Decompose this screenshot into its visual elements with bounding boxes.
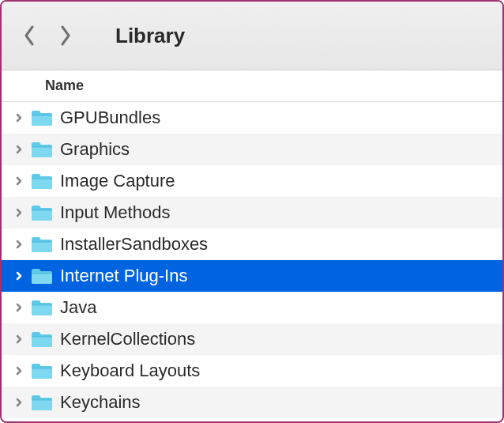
disclosure-chevron-icon[interactable] — [13, 333, 25, 346]
list-row[interactable]: Java — [2, 292, 502, 323]
list-row[interactable]: GPUBundles — [2, 102, 502, 134]
folder-icon — [30, 298, 54, 317]
column-header-row: Name — [2, 70, 502, 102]
file-list: GPUBundles Graphics Image Capture Input … — [2, 102, 502, 418]
folder-icon — [30, 140, 54, 159]
item-name: KernelCollections — [60, 329, 195, 349]
window-title: Library — [115, 24, 185, 48]
item-name: Internet Plug-Ins — [60, 266, 187, 286]
list-row[interactable]: Image Capture — [2, 165, 502, 197]
folder-icon — [30, 235, 54, 254]
disclosure-chevron-icon[interactable] — [13, 270, 25, 282]
list-row[interactable]: InstallerSandboxes — [2, 228, 502, 260]
item-name: Input Methods — [60, 202, 170, 223]
item-name: Java — [60, 297, 96, 318]
item-name: GPUBundles — [60, 108, 160, 128]
disclosure-chevron-icon[interactable] — [13, 111, 25, 124]
item-name: Graphics — [60, 139, 130, 160]
folder-icon — [30, 203, 54, 222]
column-header-name[interactable]: Name — [45, 77, 84, 94]
folder-icon — [30, 172, 54, 191]
list-row[interactable]: Input Methods — [2, 197, 502, 228]
disclosure-chevron-icon[interactable] — [13, 364, 25, 377]
list-row[interactable]: Keyboard Layouts — [2, 355, 502, 387]
folder-icon — [30, 393, 54, 412]
list-row[interactable]: Keychains — [2, 387, 502, 418]
disclosure-chevron-icon[interactable] — [13, 396, 25, 409]
list-row[interactable]: KernelCollections — [2, 323, 502, 355]
disclosure-chevron-icon[interactable] — [13, 175, 25, 187]
forward-button[interactable] — [52, 20, 77, 51]
list-row[interactable]: Internet Plug-Ins — [2, 260, 502, 292]
folder-icon — [30, 330, 54, 349]
item-name: InstallerSandboxes — [60, 234, 208, 255]
folder-icon — [30, 266, 54, 285]
disclosure-chevron-icon[interactable] — [13, 206, 25, 219]
item-name: Image Capture — [60, 171, 175, 191]
toolbar: Library — [2, 2, 502, 70]
folder-icon — [30, 108, 54, 127]
disclosure-chevron-icon[interactable] — [13, 238, 25, 251]
item-name: Keyboard Layouts — [60, 361, 200, 381]
item-name: Keychains — [60, 392, 141, 413]
list-row[interactable]: Graphics — [2, 134, 502, 165]
back-button[interactable] — [17, 20, 43, 51]
folder-icon — [30, 361, 54, 380]
disclosure-chevron-icon[interactable] — [13, 301, 25, 314]
disclosure-chevron-icon[interactable] — [13, 143, 25, 156]
